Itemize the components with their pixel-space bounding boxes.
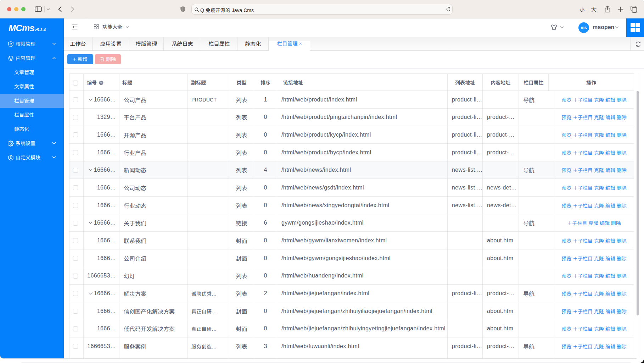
svg-text:?: ? (100, 81, 102, 85)
